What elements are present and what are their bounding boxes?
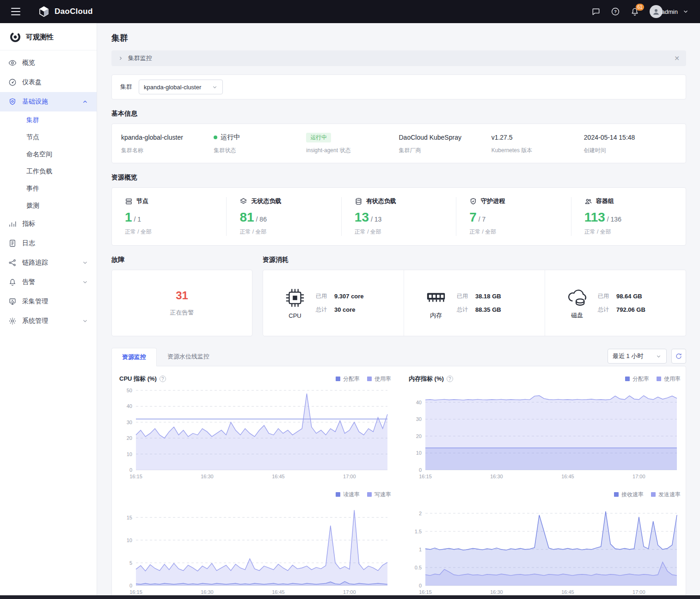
resource-overview-title: 资源概览 — [111, 173, 686, 182]
overview-stateless: 无状态负载 81/ 86 正常 / 全部 — [227, 197, 341, 236]
overview-daemonset: 守护进程 7/ 7 正常 / 全部 — [456, 197, 571, 236]
cluster-monitor-banner: 集群监控 ✕ — [111, 50, 686, 66]
banner-label: 集群监控 — [128, 54, 152, 62]
cpu-chart-legend: 分配率使用率 — [336, 375, 391, 383]
time-range-select[interactable]: 最近 1 小时 — [608, 349, 667, 364]
disk-rate-chart-cell: 读速率写速率 05101516:1516:3016:4517:00 — [119, 488, 391, 595]
sidebar-item-overview[interactable]: 概览 — [0, 53, 97, 73]
chat-icon[interactable] — [591, 7, 601, 16]
sidebar-item-label: 概览 — [22, 59, 35, 67]
help-icon[interactable]: ? — [160, 376, 166, 382]
memory-chart[interactable]: 01020304016:1516:3016:4517:00 — [409, 386, 681, 483]
svg-text:17:00: 17:00 — [343, 474, 356, 479]
resource-overview-card: 节点 1/ 1 正常 / 全部 无状态负载 81/ 86 正常 / 全部 有状态… — [111, 187, 686, 246]
close-icon[interactable]: ✕ — [674, 55, 680, 62]
stateful-workload-icon — [355, 198, 362, 205]
sidebar-item-dashboard[interactable]: 仪表盘 — [0, 73, 97, 92]
sidebar-item-system[interactable]: 系统管理 — [0, 311, 97, 331]
sidebar-item-probe[interactable]: 拨测 — [0, 197, 97, 214]
basic-field-vendor: DaoCloud KubeSpray 集群厂商 — [399, 132, 491, 154]
tracing-icon — [8, 259, 17, 267]
sidebar-item-label: 仪表盘 — [22, 78, 42, 86]
svg-text:0: 0 — [419, 583, 422, 588]
chevron-up-icon — [82, 99, 88, 105]
help-icon[interactable]: ? — [447, 376, 453, 382]
sidebar-item-collection[interactable]: 采集管理 — [0, 292, 97, 311]
svg-text:16:45: 16:45 — [272, 474, 285, 479]
svg-text:16:45: 16:45 — [272, 589, 285, 595]
node-icon — [125, 198, 133, 205]
eye-icon — [8, 59, 17, 67]
svg-text:1.5: 1.5 — [415, 529, 422, 534]
refresh-button[interactable] — [671, 349, 686, 364]
sidebar-item-alerts[interactable]: 告警 — [0, 272, 97, 292]
product-header: 可观测性 — [0, 23, 97, 50]
svg-text:40: 40 — [416, 400, 422, 405]
basic-field-agent-status: 运行中 insight-agent 状态 — [306, 132, 399, 154]
svg-text:16:30: 16:30 — [201, 589, 214, 595]
sidebar-item-metrics[interactable]: 指标 — [0, 214, 97, 234]
metrics-icon — [8, 220, 17, 228]
chevron-down-icon — [656, 353, 662, 359]
memory-chart-cell: 内存指标 (%) ? 分配率使用率 01020304016:1516:3016:… — [409, 372, 681, 483]
main-content: 集群 集群监控 ✕ 集群 kpanda-global-cluster 基本信息 … — [98, 23, 700, 595]
user-menu[interactable]: admin — [650, 5, 689, 18]
basic-field-created-at: 2024-05-14 15:48 创建时间 — [584, 132, 676, 154]
chevron-down-icon — [82, 318, 88, 324]
svg-text:16:30: 16:30 — [490, 474, 503, 479]
sidebar-item-node[interactable]: 节点 — [0, 129, 97, 146]
svg-text:16:45: 16:45 — [561, 474, 574, 479]
network-rate-chart[interactable]: 00.511.5216:1516:3016:4517:00 — [409, 501, 681, 595]
basic-info-title: 基本信息 — [111, 110, 686, 118]
chevron-down-icon — [212, 84, 218, 90]
network-rate-chart-legend: 接收速率发送速率 — [614, 491, 681, 499]
sidebar-item-workload[interactable]: 工作负载 — [0, 163, 97, 180]
network-rate-chart-cell: 接收速率发送速率 00.511.5216:1516:3016:4517:00 — [409, 488, 681, 595]
sidebar-item-event[interactable]: 事件 — [0, 180, 97, 197]
svg-text:5: 5 — [129, 560, 132, 566]
status-dot — [214, 136, 217, 139]
sidebar-item-label: 系统管理 — [22, 317, 48, 325]
svg-text:10: 10 — [416, 450, 422, 456]
sidebar-item-namespace[interactable]: 命名空间 — [0, 146, 97, 163]
overview-stateful: 有状态负载 13/ 13 正常 / 全部 — [342, 197, 456, 236]
sidebar-item-infrastructure[interactable]: 基础设施 — [0, 92, 97, 111]
consumption-title: 资源消耗 — [263, 256, 686, 264]
tab-waterline-monitor[interactable]: 资源水位线监控 — [157, 347, 220, 366]
cluster-select[interactable]: kpanda-global-cluster — [139, 80, 223, 94]
svg-text:30: 30 — [416, 416, 422, 422]
collection-icon — [8, 297, 17, 306]
daocloud-logo-icon — [38, 6, 50, 18]
cluster-select-card: 集群 kpanda-global-cluster — [111, 74, 686, 99]
sidebar-item-logs[interactable]: 日志 — [0, 234, 97, 253]
sidebar-item-tracing[interactable]: 链路追踪 — [0, 253, 97, 272]
help-icon[interactable]: ? — [611, 7, 620, 16]
svg-text:16:15: 16:15 — [129, 474, 142, 479]
refresh-icon — [675, 352, 682, 360]
sidebar-item-cluster[interactable]: 集群 — [0, 111, 97, 129]
svg-text:30: 30 — [127, 420, 132, 425]
disk-consumption: 磁盘 已用98.64 GB 总计792.06 GB — [545, 270, 686, 336]
disk-rate-chart[interactable]: 05101516:1516:3016:4517:00 — [119, 501, 391, 595]
document-icon — [8, 239, 17, 247]
tab-resource-monitor[interactable]: 资源监控 — [111, 348, 157, 366]
memory-chart-legend: 分配率使用率 — [625, 375, 681, 383]
menu-icon[interactable] — [11, 8, 20, 15]
svg-text:16:45: 16:45 — [561, 589, 574, 595]
svg-text:10: 10 — [127, 451, 132, 457]
chevron-right-icon[interactable] — [118, 56, 123, 61]
overview-nodes: 节点 1/ 1 正常 / 全部 — [112, 197, 227, 236]
cpu-icon — [284, 287, 306, 309]
cpu-chart-title: CPU 指标 (%) — [119, 375, 157, 383]
product-title: 可观测性 — [26, 33, 54, 42]
disk-rate-chart-legend: 读速率写速率 — [336, 491, 391, 499]
brand[interactable]: DaoCloud — [38, 6, 93, 18]
page-title: 集群 — [111, 32, 686, 43]
notification-bell-icon[interactable]: 61 — [630, 7, 639, 16]
svg-text:10: 10 — [127, 537, 132, 543]
sidebar-nav: 概览 仪表盘 基础设施 集群 节点 命名空间 工作负载 事件 拨测 指标 日志 … — [0, 50, 97, 331]
avatar — [650, 5, 663, 18]
svg-text:16:15: 16:15 — [419, 474, 432, 479]
cpu-chart[interactable]: 0102030405016:1516:3016:4517:00 — [119, 386, 391, 483]
basic-info-card: kpanda-global-cluster 集群名称 运行中 集群状态 运行中 … — [111, 124, 686, 163]
